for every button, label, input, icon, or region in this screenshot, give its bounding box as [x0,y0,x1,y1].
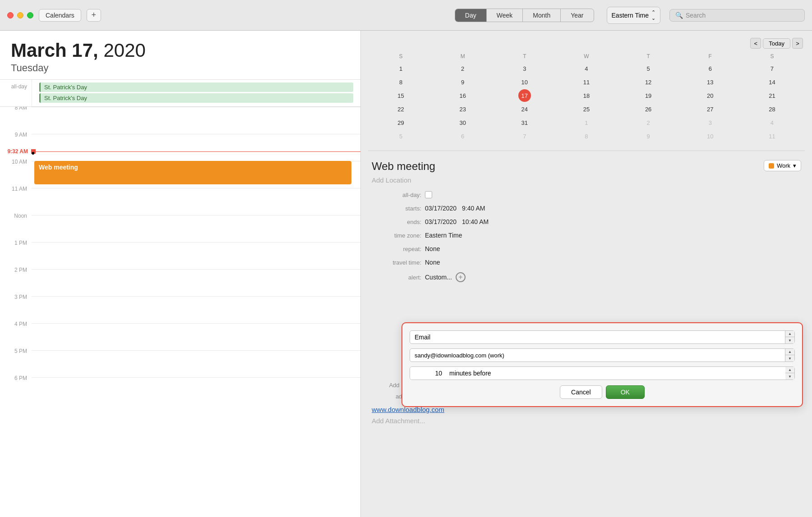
current-time-line [36,151,360,152]
cal-day-7[interactable]: 7 [766,62,778,75]
alert-email-down[interactable]: ▼ [785,355,794,361]
alert-minutes-input[interactable] [410,366,446,380]
repeat-value[interactable]: None [425,245,440,252]
cal-day-apr6[interactable]: 6 [457,130,469,142]
cal-day-10[interactable]: 10 [518,76,531,88]
cal-day-5[interactable]: 5 [642,62,655,75]
today-button[interactable]: Today [763,38,790,49]
cal-day-apr3[interactable]: 3 [704,116,716,129]
alert-timing-stepper[interactable]: ▲ ▼ [785,366,795,380]
cal-day-28[interactable]: 28 [766,103,778,115]
cancel-alert-button[interactable]: Cancel [560,385,602,399]
nav-month-button[interactable]: Month [523,9,561,22]
cal-day-22[interactable]: 22 [395,103,407,115]
cal-day-2[interactable]: 2 [457,62,469,75]
ends-time[interactable]: 10:40 AM [462,218,489,225]
cal-day-23[interactable]: 23 [457,103,469,115]
timezone-selector[interactable]: Eastern Time ⌃⌄ [607,7,660,24]
mini-cal-week-3: 15 16 17 18 19 20 21 [370,89,803,102]
cal-day-1[interactable]: 1 [395,62,407,75]
time-label-10am: 10 AM [0,157,32,188]
search-box[interactable]: 🔍 Search [669,9,805,22]
cal-day-apr10[interactable]: 10 [704,130,716,142]
alert-email-row: sandy@idownloadblog.com (work) ▲ ▼ [410,348,795,362]
alert-timing-up[interactable]: ▲ [785,367,794,373]
cal-day-20[interactable]: 20 [704,89,716,102]
cal-day-apr4[interactable]: 4 [766,116,778,129]
cal-day-31[interactable]: 31 [518,116,531,129]
cal-day-13[interactable]: 13 [704,76,716,88]
cal-day-14[interactable]: 14 [766,76,778,88]
alert-email-select[interactable]: sandy@idownloadblog.com (work) ▲ ▼ [410,348,795,362]
alert-type-down[interactable]: ▼ [785,337,794,343]
calendar-badge[interactable]: Work ▾ [764,160,801,171]
add-alert-button[interactable]: + [456,272,466,282]
travel-value[interactable]: None [425,259,440,266]
alert-type-stepper[interactable]: ▲ ▼ [785,331,794,343]
nav-day-button[interactable]: Day [455,9,487,22]
all-day-event-2[interactable]: St. Patrick's Day [39,93,353,103]
allday-checkbox[interactable] [425,191,432,198]
cal-day-apr7[interactable]: 7 [518,130,531,142]
starts-date[interactable]: 03/17/2020 [425,205,457,212]
cal-day-27[interactable]: 27 [704,103,716,115]
web-meeting-event[interactable]: Web meeting [34,161,351,184]
cal-day-24[interactable]: 24 [518,103,531,115]
minimize-button[interactable] [17,12,23,18]
cal-day-4[interactable]: 4 [580,62,593,75]
starts-field-label: starts: [372,205,421,212]
alert-field-label: alert: [372,274,421,281]
next-month-button[interactable]: > [792,38,803,49]
alert-value[interactable]: Custom... [425,274,452,281]
calendars-button[interactable]: Calendars [39,9,81,22]
ok-alert-button[interactable]: OK [606,385,645,399]
add-attachment[interactable]: Add Attachment... [372,417,801,425]
all-day-event-1[interactable]: St. Patrick's Day [39,82,353,92]
ends-date[interactable]: 03/17/2020 [425,218,457,225]
add-calendar-button[interactable]: + [87,9,101,22]
ends-field-label: ends: [372,219,421,225]
cal-day-8[interactable]: 8 [395,76,407,88]
cal-day-3[interactable]: 3 [518,62,531,75]
alert-type-select[interactable]: Email ▲ ▼ [410,330,795,344]
cal-day-9[interactable]: 9 [457,76,469,88]
cal-day-19[interactable]: 19 [642,89,655,102]
day-header: March 17, 2020 Tuesday [0,31,360,80]
nav-year-button[interactable]: Year [561,9,593,22]
cal-day-11[interactable]: 11 [580,76,593,88]
event-detail-location[interactable]: Add Location [372,176,801,184]
cal-day-apr11[interactable]: 11 [766,130,778,142]
cal-day-18[interactable]: 18 [580,89,593,102]
cal-day-29[interactable]: 29 [395,116,407,129]
cal-day-15[interactable]: 15 [395,89,407,102]
cal-day-12[interactable]: 12 [642,76,655,88]
cal-day-21[interactable]: 21 [766,89,778,102]
cal-day-26[interactable]: 26 [642,103,655,115]
alert-type-label: Email [410,334,785,341]
nav-week-button[interactable]: Week [487,9,523,22]
close-button[interactable] [7,12,14,18]
cal-day-apr8[interactable]: 8 [580,130,593,142]
cal-day-apr1[interactable]: 1 [580,116,593,129]
prev-month-button[interactable]: < [750,38,761,49]
cal-day-16[interactable]: 16 [457,89,469,102]
timezone-value: Eastern Time [425,232,462,239]
alert-email-up[interactable]: ▲ [785,349,794,355]
maximize-button[interactable] [27,12,33,18]
starts-time[interactable]: 9:40 AM [462,205,485,212]
cal-day-25[interactable]: 25 [580,103,593,115]
cal-day-30[interactable]: 30 [457,116,469,129]
calendar-dropdown-icon: ▾ [793,162,796,169]
allday-field-label: all-day: [372,192,421,198]
cal-day-apr9[interactable]: 9 [642,130,655,142]
alert-timing-down[interactable]: ▼ [785,373,794,380]
cal-day-6[interactable]: 6 [704,62,716,75]
alert-timing-label: minutes before [446,366,785,380]
view-nav-segment: Day Week Month Year [455,9,594,22]
cal-day-apr5[interactable]: 5 [395,130,407,142]
cal-day-17-today[interactable]: 17 [518,89,531,102]
cal-day-apr2[interactable]: 2 [642,116,655,129]
alert-email-stepper[interactable]: ▲ ▼ [785,349,794,361]
alert-type-up[interactable]: ▲ [785,331,794,337]
event-detail: Web meeting Work ▾ Add Location all-day:… [361,151,812,517]
